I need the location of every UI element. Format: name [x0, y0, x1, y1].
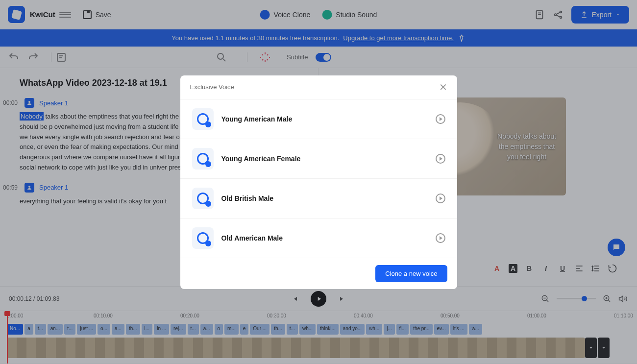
- play-preview-icon[interactable]: [436, 114, 445, 124]
- play-preview-icon[interactable]: [436, 194, 445, 203]
- play-preview-icon[interactable]: [436, 154, 445, 164]
- voice-name: Young American Female: [221, 155, 436, 163]
- voice-item[interactable]: Young American Male: [180, 99, 457, 139]
- play-preview-icon[interactable]: [436, 233, 445, 243]
- voice-modal: Exclusive Voice ✕ Young American MaleYou…: [180, 75, 457, 289]
- modal-title: Exclusive Voice: [190, 83, 234, 91]
- voice-item[interactable]: Old American Male: [180, 218, 457, 258]
- voice-avatar-icon: [192, 188, 214, 209]
- voice-avatar-icon: [192, 227, 214, 249]
- voice-avatar-icon: [192, 148, 214, 170]
- close-icon[interactable]: ✕: [439, 82, 447, 92]
- voice-item[interactable]: Young American Female: [180, 139, 457, 179]
- voice-name: Old British Male: [221, 194, 436, 202]
- voice-name: Old American Male: [221, 234, 436, 242]
- clone-voice-button[interactable]: Clone a new voice: [375, 265, 447, 282]
- voice-name: Young American Male: [221, 115, 436, 123]
- modal-overlay[interactable]: Exclusive Voice ✕ Young American MaleYou…: [0, 0, 637, 364]
- voice-avatar-icon: [192, 108, 214, 130]
- voice-item[interactable]: Old British Male: [180, 179, 457, 218]
